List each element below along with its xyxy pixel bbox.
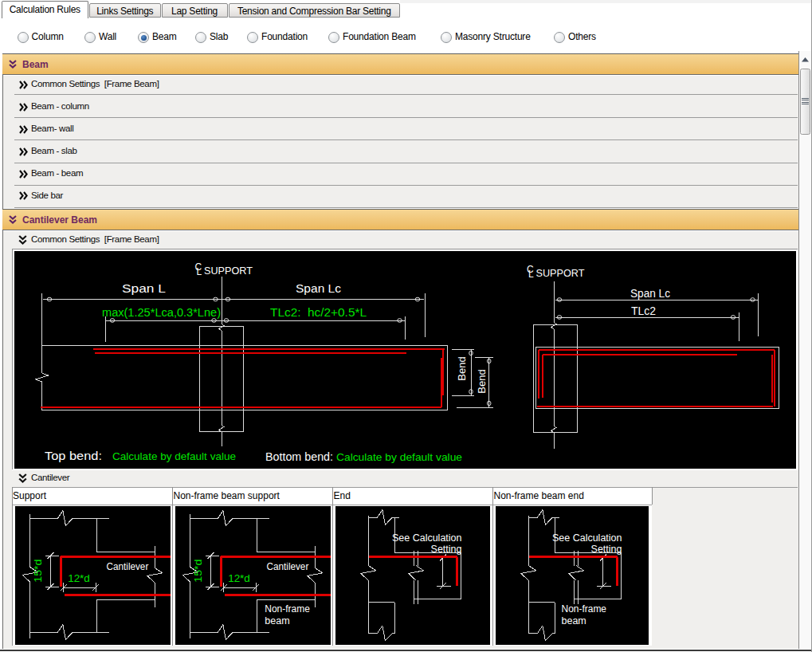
svg-text:Span L: Span L [122,282,166,295]
svg-text:Span Lc: Span Lc [630,287,670,300]
svg-text:beam: beam [561,615,586,626]
svg-text:Span Lc: Span Lc [296,282,341,295]
svg-text:Bottom bend:: Bottom bend: [265,450,333,463]
svg-text:Non-frame: Non-frame [561,603,606,615]
svg-text:Calculate by default value: Calculate by default value [112,450,236,462]
svg-text:beam: beam [265,615,289,626]
svg-text:Bend: Bend [456,356,468,380]
svg-text:TLc2: hc/2+0.5*L: TLc2: hc/2+0.5*L [270,306,367,319]
svg-text:L: L [197,266,202,277]
svg-text:Calculate by default value: Calculate by default value [336,451,462,463]
svg-text:L: L [528,269,534,280]
svg-text:SUPPORT: SUPPORT [536,267,585,279]
svg-text:max(1.25*Lca,0.3*Lne): max(1.25*Lca,0.3*Lne) [102,306,221,319]
svg-text:SUPPORT: SUPPORT [204,265,253,277]
svg-text:Non-frame: Non-frame [265,603,310,615]
svg-text:Top bend:: Top bend: [45,450,102,462]
svg-text:TLc2: TLc2 [631,304,656,317]
svg-text:Bend: Bend [476,369,488,393]
